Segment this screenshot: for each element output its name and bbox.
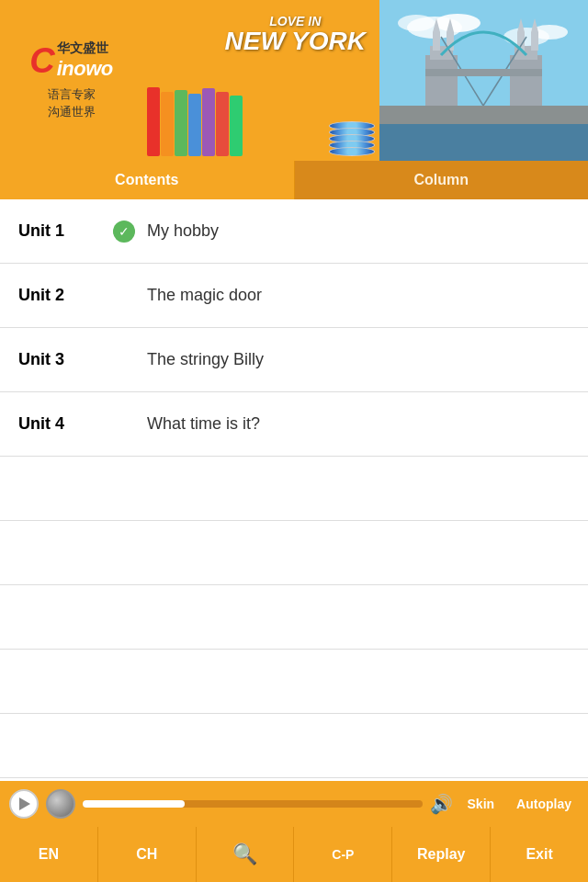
nav-exit-button[interactable]: Exit: [491, 827, 588, 882]
unit-label: Unit 2: [18, 286, 110, 305]
play-button[interactable]: [9, 789, 39, 819]
nav-replay-button[interactable]: Replay: [392, 827, 491, 882]
svg-point-3: [398, 15, 435, 31]
disc-stack: [329, 124, 375, 156]
bottom-nav: EN CH 🔍 C-P Replay Exit: [0, 827, 588, 882]
skin-button[interactable]: Skin: [460, 793, 503, 815]
autoplay-button[interactable]: Autoplay: [509, 793, 579, 815]
tab-column[interactable]: Column: [295, 161, 589, 199]
list-item[interactable]: Unit 3 The stringy Billy: [0, 328, 588, 392]
svg-rect-17: [531, 32, 538, 51]
banner-text: LOVE IN NEW YORK: [225, 14, 367, 54]
nav-search-button[interactable]: 🔍: [197, 827, 295, 882]
unit-title: The magic door: [147, 286, 262, 305]
tagline: 语言专家 沟通世界: [48, 86, 96, 119]
ny-text: NEW YORK: [225, 28, 367, 54]
list-item[interactable]: Unit 4 What time is it?: [0, 392, 588, 457]
tabs-bar: Contents Column: [0, 161, 588, 199]
nav-cp-button[interactable]: C-P: [294, 827, 392, 882]
svg-rect-10: [433, 32, 440, 51]
unit-title: The stringy Billy: [147, 350, 264, 369]
completed-icon: ✓: [110, 220, 138, 243]
nav-ch-button[interactable]: CH: [98, 827, 197, 882]
tagline-line1: 语言专家: [48, 86, 96, 103]
svg-rect-23: [379, 106, 588, 124]
nav-en-button[interactable]: EN: [0, 827, 98, 882]
tab-contents[interactable]: Contents: [0, 161, 295, 199]
empty-row: [0, 585, 588, 650]
content-area: Unit 1 ✓ My hobby Unit 2 The magic door …: [0, 199, 588, 781]
progress-bar[interactable]: [83, 800, 423, 808]
progress-fill: [83, 800, 185, 808]
volume-icon: 🔊: [430, 793, 453, 815]
unit-label: Unit 4: [18, 414, 110, 434]
unit-label: Unit 3: [18, 350, 110, 369]
empty-row: [0, 714, 588, 778]
banner-area: LOVE IN NEW YORK: [142, 0, 379, 161]
logo: C 华文盛世 inowo: [29, 40, 113, 81]
logo-text: 华文盛世 inowo: [57, 40, 113, 81]
knob-button[interactable]: [46, 789, 75, 819]
logo-c-letter: C: [29, 43, 54, 78]
bridge-image: [379, 0, 588, 161]
unit-title: My hobby: [147, 221, 219, 241]
book-stack: [147, 87, 243, 156]
svg-rect-6: [379, 119, 588, 161]
tagline-line2: 沟通世界: [48, 104, 96, 120]
empty-row: [0, 650, 588, 714]
check-circle: ✓: [113, 220, 135, 243]
svg-point-2: [435, 14, 481, 32]
company-chinese: 华文盛世: [57, 40, 113, 57]
unit-title: What time is it?: [147, 414, 260, 434]
player-bar: 🔊 Skin Autoplay: [0, 781, 588, 827]
svg-rect-22: [425, 69, 542, 76]
unit-label: Unit 1: [18, 221, 110, 241]
list-item[interactable]: Unit 2 The magic door: [0, 264, 588, 328]
list-item[interactable]: Unit 1 ✓ My hobby: [0, 199, 588, 264]
empty-row: [0, 457, 588, 521]
empty-row: [0, 521, 588, 585]
play-icon: [19, 797, 30, 810]
logo-area: C 华文盛世 inowo 语言专家 沟通世界: [0, 0, 142, 161]
search-icon: 🔍: [232, 842, 257, 866]
company-pinyin: inowo: [57, 57, 113, 81]
header: C 华文盛世 inowo 语言专家 沟通世界: [0, 0, 588, 161]
